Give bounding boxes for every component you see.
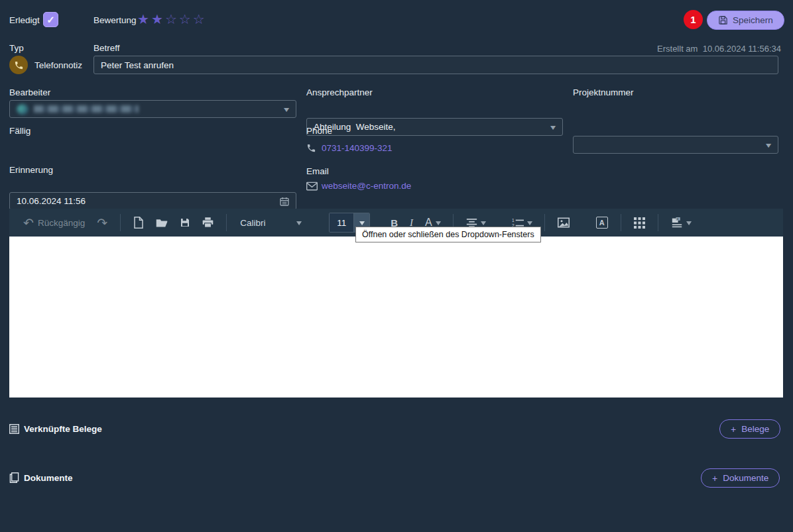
- email-label: Email: [306, 166, 329, 176]
- faellig-label: Fällig: [9, 126, 30, 136]
- bewertung-label: Bewertung: [93, 15, 137, 25]
- chevron-down-icon[interactable]: ▾: [550, 123, 556, 131]
- email-link[interactable]: webseite@c-entron.de: [322, 181, 411, 191]
- svg-text:1: 1: [512, 218, 515, 223]
- redo-icon: ↷: [97, 217, 107, 229]
- richtext-editor-area[interactable]: [9, 237, 783, 398]
- belege-section-title: Verknüpfte Belege: [24, 424, 102, 434]
- chevron-down-icon[interactable]: ▾: [766, 140, 771, 148]
- star-empty-icon[interactable]: ☆: [179, 13, 191, 26]
- add-belege-button[interactable]: + Belege: [719, 419, 780, 439]
- table-grid-icon: [634, 217, 645, 229]
- star-rating[interactable]: ★★☆☆☆: [137, 13, 205, 26]
- folder-icon: [156, 218, 168, 228]
- created-at: Erstellt am 10.06.2024 11:56:34: [657, 44, 781, 54]
- calendar-icon[interactable]: [279, 196, 290, 207]
- linked-documents-icon: [9, 424, 19, 434]
- betreff-input[interactable]: [93, 56, 778, 74]
- image-icon: [558, 217, 570, 228]
- projektnummer-label: Projektnummer: [573, 87, 634, 97]
- typ-label: Typ: [9, 43, 24, 53]
- add-belege-label: Belege: [741, 424, 769, 434]
- bearbeiter-dropdown[interactable]: ▾: [9, 100, 296, 118]
- documents-icon: [9, 472, 19, 483]
- save-document-button[interactable]: [175, 215, 195, 231]
- open-file-button[interactable]: [151, 215, 172, 231]
- printer-icon: [202, 217, 213, 228]
- toolbar-separator: [120, 214, 121, 231]
- insert-table-button[interactable]: [629, 215, 650, 231]
- floppy-icon: [180, 217, 190, 228]
- insert-field-button[interactable]: + ▾: [666, 215, 696, 231]
- phone-icon: [306, 143, 316, 153]
- phone-link[interactable]: 0731-140399-321: [322, 143, 393, 153]
- font-size-value: 11: [330, 213, 353, 232]
- toolbar-separator: [621, 214, 621, 231]
- chevron-down-icon: ▾: [481, 219, 486, 227]
- undo-icon: ↶: [23, 217, 34, 229]
- chevron-down-icon: ▾: [527, 219, 532, 227]
- textbox-icon: A: [596, 217, 608, 229]
- typ-value: Telefonnotiz: [34, 60, 82, 70]
- betreff-label: Betreff: [93, 43, 120, 53]
- toolbar-separator: [544, 214, 545, 231]
- check-icon: ✓: [46, 14, 55, 26]
- annotation-badge-1: 1: [684, 10, 703, 29]
- plus-icon: +: [712, 473, 717, 484]
- add-dokumente-label: Dokumente: [723, 473, 768, 483]
- font-family-select[interactable]: Calibri ▾: [235, 215, 306, 231]
- typ-phone-icon: [9, 56, 28, 74]
- toolbar-separator: [658, 214, 658, 231]
- floppy-icon: [718, 15, 728, 25]
- chevron-down-icon: ▾: [296, 219, 302, 227]
- plus-icon: +: [731, 424, 736, 435]
- star-empty-icon[interactable]: ☆: [165, 13, 177, 26]
- new-document-button[interactable]: [129, 214, 149, 231]
- dokumente-section-title: Dokumente: [24, 473, 73, 483]
- merge-field-icon: +: [671, 217, 683, 228]
- star-filled-icon[interactable]: ★: [151, 13, 163, 26]
- chevron-down-icon: ▾: [436, 219, 441, 227]
- bearbeiter-avatar-redacted: [17, 104, 29, 115]
- projektnummer-dropdown[interactable]: ▾: [573, 136, 778, 154]
- align-center-icon: [466, 218, 477, 227]
- chevron-down-icon[interactable]: ▾: [284, 105, 289, 113]
- undo-button[interactable]: ↶ Rückgängig: [19, 214, 90, 232]
- erledigt-label: Erledigt: [9, 15, 40, 25]
- insert-image-button[interactable]: [553, 215, 574, 231]
- star-filled-icon[interactable]: ★: [137, 13, 149, 26]
- ansprechpartner-dropdown[interactable]: Abteilung Webseite, ▾: [306, 118, 563, 136]
- toolbar-separator: [226, 214, 227, 231]
- print-button[interactable]: [198, 215, 218, 231]
- bearbeiter-value-redacted: [34, 105, 139, 113]
- save-button-label: Speichern: [733, 15, 773, 25]
- chevron-down-icon: ▾: [686, 219, 692, 227]
- redo-button[interactable]: ↷: [92, 214, 112, 232]
- add-dokumente-button[interactable]: + Dokumente: [701, 468, 780, 488]
- faellig-value: 10.06.2024 11:56: [17, 196, 86, 206]
- insert-textbox-button[interactable]: A: [591, 214, 613, 231]
- save-button[interactable]: Speichern: [707, 11, 784, 30]
- new-document-icon: [133, 217, 144, 229]
- email-icon: [306, 182, 318, 191]
- bearbeiter-label: Bearbeiter: [9, 87, 50, 97]
- erinnerung-label: Erinnerung: [9, 165, 53, 175]
- chevron-down-icon: ▾: [359, 219, 365, 227]
- undo-label: Rückgängig: [38, 218, 85, 228]
- font-family-value: Calibri: [240, 218, 265, 228]
- erledigt-checkbox[interactable]: ✓: [43, 12, 58, 27]
- star-empty-icon[interactable]: ☆: [193, 13, 205, 26]
- faellig-datefield[interactable]: 10.06.2024 11:56: [9, 192, 296, 210]
- ansprechpartner-label: Ansprechpartner: [306, 87, 373, 97]
- phone-label: Phone: [306, 126, 332, 136]
- dropdown-tooltip: Öffnen oder schließen des Dropdown-Fenst…: [355, 227, 541, 242]
